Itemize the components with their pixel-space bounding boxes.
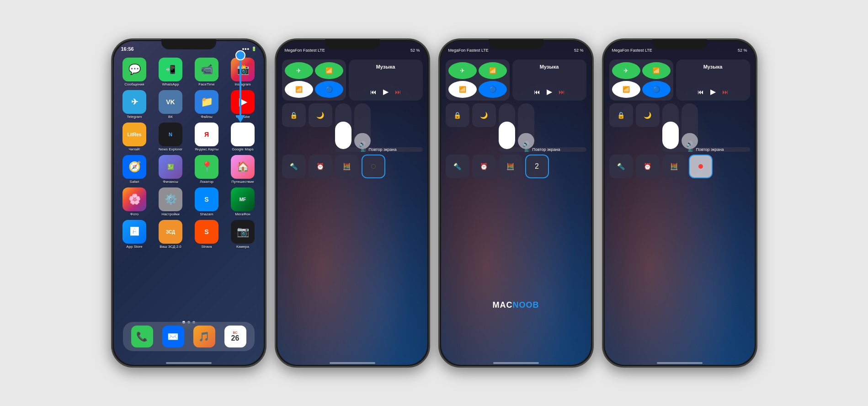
bsd-label: Ваш ЗСД 2.0	[160, 245, 181, 249]
cc-next-btn-4[interactable]: ⏭	[722, 88, 729, 96]
cc-next-btn-3[interactable]: ⏭	[559, 88, 565, 96]
locator-icon: 📍	[195, 155, 218, 179]
cc-alarm-btn-3[interactable]: ⏰	[472, 155, 496, 178]
app-finance[interactable]: 💹 Финансы	[154, 155, 187, 184]
app-telegram[interactable]: ✈ Telegram	[118, 90, 151, 119]
cc-orient-btn-4[interactable]: 🔒	[609, 103, 633, 127]
cc-carrier-3: MegaFon Fastest LTE	[448, 48, 489, 53]
cc-prev-btn[interactable]: ⏮	[370, 88, 377, 96]
phone-2: MegaFon Fastest LTE 52 % ✈ 📶 📶 🔵 Музыка	[275, 38, 430, 368]
cc-play-btn[interactable]: ▶	[383, 87, 389, 96]
app-facetime[interactable]: 📹 FaceTime	[191, 58, 223, 86]
cc-wifi-btn[interactable]: 📶	[285, 81, 313, 98]
bsd-icon: ЗСД	[159, 220, 182, 244]
app-safari[interactable]: 🧭 Safari	[118, 155, 151, 184]
cc-calc-btn[interactable]: 🧮	[335, 155, 359, 178]
cc-sliders-3: ☀ 🔊 📺 Повтор экрана	[499, 103, 586, 152]
dock-phone[interactable]: 📞	[131, 326, 153, 347]
app-photos[interactable]: 🌸 Фото	[118, 187, 151, 216]
cc-connectivity-4: ✈ 📶 📶 🔵	[609, 59, 673, 101]
cc-dnd-btn-4[interactable]: 🌙	[636, 103, 660, 127]
cc-bluetooth-btn-4[interactable]: 🔵	[642, 81, 671, 98]
cc-airplane-btn-4[interactable]: ✈	[612, 62, 640, 79]
cc-alarm-btn-4[interactable]: ⏰	[636, 155, 660, 178]
cc-prev-btn-3[interactable]: ⏮	[534, 88, 540, 96]
cc-airplane-btn[interactable]: ✈	[285, 62, 313, 79]
cc-cellular-btn[interactable]: 📶	[315, 62, 343, 79]
cc-screen-mirror-3[interactable]: 📺 Повтор экрана	[499, 147, 586, 152]
cc-prev-btn-4[interactable]: ⏮	[698, 88, 704, 96]
camera-label: Камера	[236, 245, 249, 249]
phone-screen-1: 16:56 ●●● 🔋 💬 Сообщения 📲 WhatsApp 📹	[114, 41, 264, 365]
app-messages[interactable]: 💬 Сообщения	[118, 58, 151, 86]
app-camera[interactable]: 📷 Камера	[227, 220, 259, 249]
cc-volume-slider[interactable]: 🔊	[354, 103, 371, 149]
cc-record-btn[interactable]	[362, 155, 385, 178]
cc-brightness-slider-4[interactable]: ☀	[662, 103, 679, 149]
cc-volume-slider-3[interactable]: 🔊	[518, 103, 534, 149]
cc-screen-mirror-4[interactable]: 📺 Повтор экрана	[662, 147, 750, 152]
app-shazam[interactable]: S Shazam	[191, 187, 223, 216]
app-whatsapp[interactable]: 📲 WhatsApp	[154, 58, 187, 86]
cc-wifi-btn-4[interactable]: 📶	[612, 81, 640, 98]
cc-countdown-btn[interactable]: 2	[525, 155, 549, 178]
megafon-icon: MF	[231, 187, 255, 211]
app-locator[interactable]: 📍 Локатор	[191, 155, 223, 184]
shazam-label: Shazam	[200, 212, 213, 216]
cc-torch-btn-3[interactable]: 🔦	[446, 155, 469, 178]
cc-brightness-slider[interactable]: ☀	[335, 103, 351, 149]
cc-orient-btn-3[interactable]: 🔒	[446, 103, 469, 127]
settings-label: Настройки	[161, 212, 179, 216]
facetime-label: FaceTime	[198, 82, 214, 86]
settings-icon: ⚙️	[159, 187, 182, 211]
cc-play-btn-3[interactable]: ▶	[547, 87, 552, 96]
swipe-arrow	[235, 50, 245, 123]
app-appstore[interactable]: 🅰 App Store	[118, 220, 151, 249]
home-indicator-4	[657, 362, 703, 364]
cc-mirror-label-3: Повтор экрана	[532, 147, 560, 152]
app-litres[interactable]: LitRes Читай!	[118, 123, 151, 151]
cc-torch-btn-4[interactable]: 🔦	[609, 155, 633, 178]
cc-battery-3: 52 %	[574, 48, 584, 53]
news-label: News Explorer	[159, 147, 182, 151]
clock-1: 16:56	[121, 46, 134, 52]
app-bsd[interactable]: ЗСД Ваш ЗСД 2.0	[154, 220, 187, 249]
app-megafon[interactable]: MF МегаФон	[227, 187, 259, 216]
cc-alarm-btn[interactable]: ⏰	[309, 155, 332, 178]
cc-carrier-2: MegaFon Fastest LTE	[285, 48, 325, 53]
app-maps[interactable]: 🗺 Google Maps	[227, 123, 259, 151]
cc-recording-active-btn[interactable]	[689, 155, 713, 178]
cc-orient-btn[interactable]: 🔒	[282, 103, 306, 127]
cc-bluetooth-btn[interactable]: 🔵	[315, 81, 343, 98]
cc-brightness-slider-3[interactable]: ☀	[499, 103, 515, 149]
app-yandex[interactable]: Я Яндекс.Карты	[191, 123, 223, 151]
cc-volume-icon-4: 🔊	[686, 141, 693, 147]
app-news[interactable]: N News Explorer	[154, 123, 187, 151]
cc-cellular-btn-4[interactable]: 📶	[642, 62, 671, 79]
cc-connectivity-2: ✈ 📶 📶 🔵	[282, 59, 346, 101]
dock-mail[interactable]: ✉️	[162, 326, 184, 347]
cc-wifi-btn-3[interactable]: 📶	[448, 81, 477, 98]
cc-calc-btn-4[interactable]: 🧮	[662, 155, 686, 178]
cc-volume-slider-4[interactable]: 🔊	[682, 103, 698, 149]
app-files[interactable]: 📁 Файлы	[191, 90, 223, 119]
cc-bluetooth-btn-3[interactable]: 🔵	[479, 81, 507, 98]
cc-torch-btn[interactable]: 🔦	[282, 155, 306, 178]
messages-label: Сообщения	[124, 82, 144, 86]
dock-music[interactable]: 🎵	[193, 326, 215, 347]
cc-cellular-btn-3[interactable]: 📶	[479, 62, 507, 79]
cc-screen-mirror-2[interactable]: 📺 Повтор экрана	[335, 147, 423, 152]
cc-next-btn[interactable]: ⏭	[395, 88, 401, 96]
cc-dnd-btn[interactable]: 🌙	[309, 103, 332, 127]
dock-calendar[interactable]: ВС 26	[224, 326, 246, 347]
cc-dnd-btn-3[interactable]: 🌙	[472, 103, 496, 127]
app-travel[interactable]: 🏠 Путешествие	[227, 155, 259, 184]
app-settings[interactable]: ⚙️ Настройки	[154, 187, 187, 216]
cc-battery-4: 52 %	[738, 48, 747, 53]
cc-calc-btn-3[interactable]: 🧮	[499, 155, 522, 178]
cc-mirror-label-4: Повтор экрана	[696, 147, 724, 152]
cc-airplane-btn-3[interactable]: ✈	[448, 62, 477, 79]
app-vk[interactable]: VK ВК	[154, 90, 187, 119]
app-strava[interactable]: S Strava	[191, 220, 223, 249]
cc-play-btn-4[interactable]: ▶	[710, 87, 716, 96]
